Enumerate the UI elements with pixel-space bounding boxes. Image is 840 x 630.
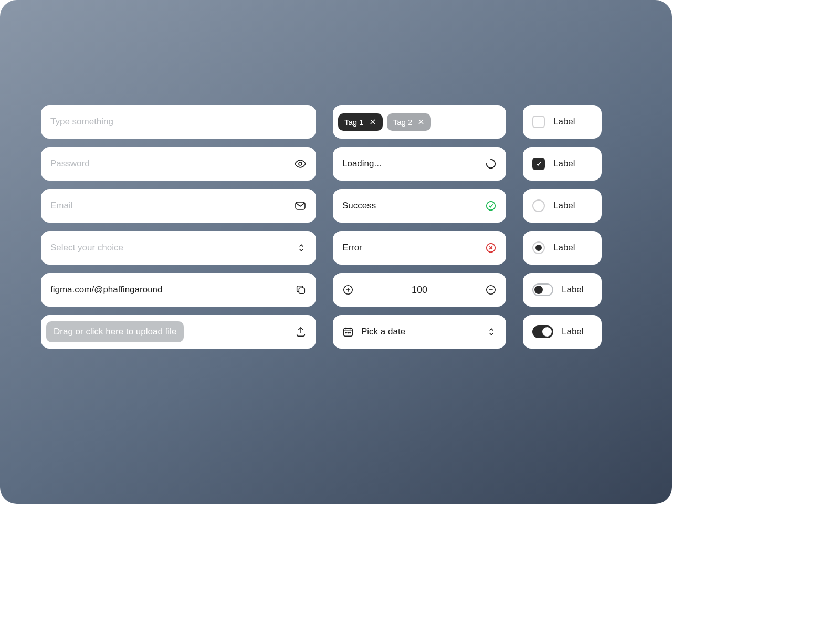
tag-2[interactable]: Tag 2 [387, 113, 432, 131]
password-input[interactable]: Password [41, 147, 316, 181]
radio-selected[interactable]: Label [523, 231, 602, 265]
svg-point-8 [345, 332, 346, 333]
success-state: Success [333, 189, 506, 223]
radio-label: Label [553, 243, 575, 253]
radio-icon[interactable] [532, 200, 545, 212]
tag-1[interactable]: Tag 1 [338, 113, 383, 131]
upload-icon [295, 326, 307, 338]
tag-1-label: Tag 1 [344, 118, 364, 127]
checkbox-label: Label [553, 117, 575, 127]
checkbox-checked[interactable]: Label [523, 147, 602, 181]
svg-point-0 [299, 162, 302, 165]
checkbox-unchecked[interactable]: Label [523, 105, 602, 139]
email-placeholder: Email [50, 201, 73, 211]
loading-state: Loading... [333, 147, 506, 181]
tag-2-label: Tag 2 [393, 118, 413, 127]
upload-label: Drag or click here to upload file [46, 321, 184, 342]
column-status: Tag 1 Tag 2 Loading... Success [333, 105, 506, 349]
error-state: Error [333, 231, 506, 265]
radio-unselected[interactable]: Label [523, 189, 602, 223]
chevron-up-down-icon [296, 243, 307, 253]
minus-circle-icon[interactable] [485, 284, 497, 296]
toggle-icon[interactable] [532, 284, 553, 296]
switch-off[interactable]: Label [523, 273, 602, 307]
radio-icon[interactable] [532, 242, 545, 254]
password-placeholder: Password [50, 159, 90, 169]
svg-point-3 [487, 202, 496, 211]
spinner-icon [485, 158, 497, 170]
checkbox-icon[interactable] [532, 116, 545, 128]
x-circle-icon [485, 242, 497, 254]
radio-label: Label [553, 201, 575, 211]
file-upload[interactable]: Drag or click here to upload file [41, 315, 316, 349]
date-picker[interactable]: Pick a date [333, 315, 506, 349]
column-controls: Label Label Label Label Label Label [523, 105, 602, 349]
select-input[interactable]: Select your choice [41, 231, 316, 265]
close-icon[interactable] [369, 118, 376, 125]
email-input[interactable]: Email [41, 189, 316, 223]
toggle-icon[interactable] [532, 326, 553, 338]
copy-icon[interactable] [295, 284, 307, 296]
component-gallery: Type something Password Email Select you… [0, 0, 672, 504]
url-input[interactable]: figma.com/@phaffingaround [41, 273, 316, 307]
calendar-icon [342, 326, 354, 338]
date-placeholder: Pick a date [361, 327, 405, 337]
select-placeholder: Select your choice [50, 243, 123, 253]
eye-icon[interactable] [294, 158, 307, 170]
text-input[interactable]: Type something [41, 105, 316, 139]
checkbox-icon[interactable] [532, 158, 545, 170]
error-label: Error [342, 243, 362, 253]
checkbox-label: Label [553, 159, 575, 169]
chevron-up-down-icon [486, 327, 497, 337]
url-value: figma.com/@phaffingaround [50, 285, 163, 295]
svg-rect-2 [299, 288, 304, 293]
tags-input[interactable]: Tag 1 Tag 2 [333, 105, 506, 139]
success-label: Success [342, 201, 376, 211]
switch-on[interactable]: Label [523, 315, 602, 349]
loading-label: Loading... [342, 159, 382, 169]
svg-point-9 [348, 332, 349, 333]
check-circle-icon [485, 200, 497, 212]
text-input-placeholder: Type something [50, 117, 113, 127]
switch-label: Label [562, 327, 584, 337]
mail-icon [294, 200, 307, 212]
plus-circle-icon[interactable] [342, 284, 354, 296]
switch-label: Label [562, 285, 584, 295]
svg-point-10 [350, 332, 351, 333]
number-stepper[interactable]: 100 [333, 273, 506, 307]
column-inputs: Type something Password Email Select you… [41, 105, 316, 349]
stepper-value: 100 [412, 285, 427, 296]
close-icon[interactable] [417, 118, 425, 125]
